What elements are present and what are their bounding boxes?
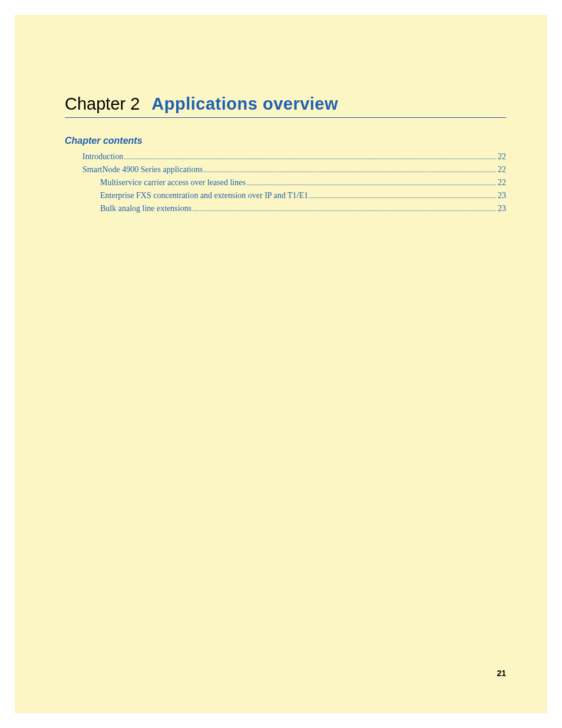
toc-entry-page: 23 <box>498 204 506 213</box>
document-page: Chapter 2 Applications overview Chapter … <box>15 15 547 713</box>
toc-entry[interactable]: Bulk analog line extensions 23 <box>82 204 506 213</box>
toc-leader-dots <box>193 210 496 211</box>
toc-entry-page: 22 <box>498 178 506 187</box>
toc-leader-dots <box>247 185 496 185</box>
toc-entry-page: 22 <box>498 165 506 174</box>
toc-entry-page: 22 <box>498 152 506 162</box>
toc-entry[interactable]: SmartNode 4900 Series applications 22 <box>82 165 506 174</box>
toc-entry[interactable]: Multiservice carrier access over leased … <box>82 178 506 187</box>
table-of-contents: Introduction 22 SmartNode 4900 Series ap… <box>65 152 506 213</box>
toc-entry-page: 23 <box>498 191 506 200</box>
toc-leader-dots <box>309 197 496 198</box>
page-number: 21 <box>497 668 506 678</box>
toc-entry-label: Enterprise FXS concentration and extensi… <box>100 191 308 200</box>
toc-entry-label: SmartNode 4900 Series applications <box>82 165 203 174</box>
toc-entry[interactable]: Enterprise FXS concentration and extensi… <box>82 191 506 200</box>
toc-entry-label: Bulk analog line extensions <box>100 204 191 213</box>
toc-leader-dots <box>204 172 496 172</box>
contents-heading: Chapter contents <box>65 136 506 146</box>
toc-leader-dots <box>124 159 496 159</box>
toc-entry-label: Introduction <box>82 152 123 162</box>
chapter-title: Applications overview <box>151 94 338 114</box>
toc-entry-label: Multiservice carrier access over leased … <box>100 178 246 187</box>
toc-entry[interactable]: Introduction 22 <box>82 152 506 162</box>
chapter-heading: Chapter 2 Applications overview <box>65 94 506 118</box>
chapter-label: Chapter 2 <box>65 94 140 114</box>
